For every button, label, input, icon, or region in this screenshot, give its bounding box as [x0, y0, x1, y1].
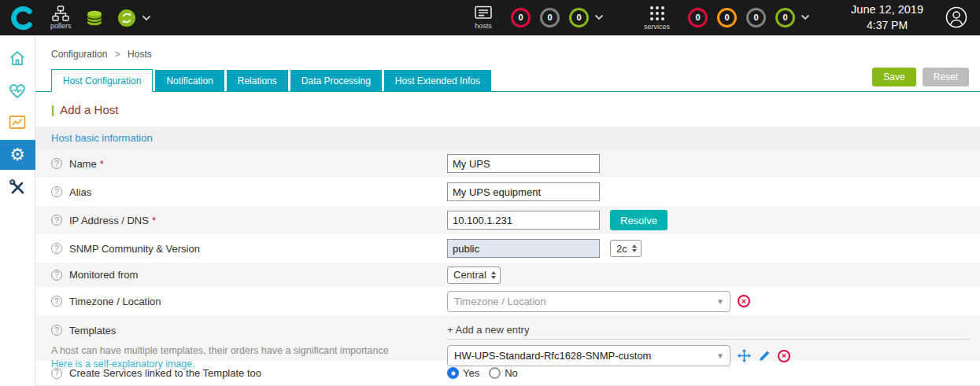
form-row-templates: ? Templates A host can have multiple tem…	[35, 315, 980, 361]
centreon-logo[interactable]	[0, 0, 43, 35]
services-chevron-down-icon[interactable]	[801, 14, 810, 20]
pollers-label: pollers	[50, 22, 72, 30]
tools-icon	[8, 178, 27, 197]
dropdown-arrow-icon: ▾	[711, 296, 730, 307]
sidebar-item-administration[interactable]	[0, 172, 35, 202]
breadcrumb-hosts[interactable]: Hosts	[128, 49, 152, 60]
export-configuration[interactable]	[117, 9, 151, 28]
name-input[interactable]	[447, 154, 600, 173]
help-icon[interactable]: ?	[51, 325, 62, 336]
create-services-radio-group: Yes No	[447, 367, 518, 379]
topbar: pollers hosts	[0, 0, 980, 35]
form-row-timezone: ? Timezone / Location Timezone / Locatio…	[35, 287, 980, 315]
sidebar-item-monitoring[interactable]	[0, 75, 35, 105]
help-icon[interactable]: ?	[51, 158, 62, 169]
sidebar-item-configuration[interactable]: ⚙	[0, 140, 35, 170]
required-asterisk: *	[100, 158, 104, 170]
services-label: services	[644, 23, 670, 31]
hosts-label: hosts	[475, 22, 492, 30]
help-icon[interactable]: ?	[51, 368, 62, 379]
pollers-icon	[52, 6, 69, 21]
hosts-menu[interactable]: hosts	[474, 6, 493, 30]
current-time: 4:37 PM	[851, 18, 923, 33]
help-icon[interactable]: ?	[51, 186, 62, 197]
name-label: Name	[69, 158, 97, 170]
templates-label: Templates	[69, 325, 116, 336]
radio-yes-label[interactable]: Yes	[463, 367, 479, 379]
tab-data-processing[interactable]: Data Processing	[290, 70, 382, 91]
hosts-critical-counter[interactable]: 0	[511, 8, 531, 28]
create-services-label: Create Services linked to the Template t…	[69, 367, 261, 379]
pollers-menu[interactable]: pollers	[50, 6, 72, 30]
template-selected-value: HW-UPS-Standard-Rfc1628-SNMP-custom	[454, 350, 651, 362]
current-date: June 12, 2019	[851, 2, 923, 18]
hosts-chevron-down-icon[interactable]	[594, 14, 604, 20]
sidebar-item-home[interactable]	[0, 43, 35, 73]
timezone-placeholder: Timezone / Location	[454, 296, 546, 307]
required-asterisk: *	[152, 215, 156, 226]
page-title: |Add a Host	[35, 92, 980, 127]
breadcrumb: Configuration > Hosts	[35, 35, 980, 68]
hosts-icon	[474, 6, 493, 21]
monitored-from-label: Monitored from	[69, 269, 138, 281]
clear-timezone-icon[interactable]: ×	[738, 295, 750, 307]
sidebar: ⚙	[0, 35, 35, 386]
help-icon[interactable]: ?	[51, 270, 62, 281]
gear-icon: ⚙	[9, 146, 25, 164]
tab-notification[interactable]: Notification	[155, 70, 224, 91]
breadcrumb-separator: >	[115, 49, 120, 60]
services-critical-counter[interactable]: 0	[688, 8, 708, 28]
radio-no-label[interactable]: No	[505, 367, 518, 379]
services-menu[interactable]: services	[644, 5, 670, 31]
snmp-version-value: 2c	[616, 243, 627, 255]
snmp-community-input[interactable]	[447, 239, 600, 258]
select-stepper-icon	[491, 271, 496, 279]
snmp-version-select[interactable]: 2c	[610, 240, 642, 257]
tab-relations[interactable]: Relations	[227, 70, 288, 91]
help-icon[interactable]: ?	[51, 296, 62, 307]
breadcrumb-configuration[interactable]: Configuration	[51, 49, 107, 60]
chevron-down-icon[interactable]	[142, 15, 151, 21]
dropdown-arrow-icon: ▾	[711, 351, 730, 361]
reset-button[interactable]: Reset	[923, 68, 969, 86]
alias-input[interactable]	[447, 182, 600, 201]
monitored-from-select[interactable]: Central	[447, 267, 501, 284]
ip-label: IP Address / DNS	[69, 215, 149, 226]
help-icon[interactable]: ?	[51, 243, 62, 254]
section-header: Host basic information	[35, 127, 980, 149]
home-icon	[8, 49, 27, 68]
clock: June 12, 2019 4:37 PM	[851, 2, 923, 32]
save-button[interactable]: Save	[872, 68, 915, 86]
ip-input[interactable]	[447, 211, 600, 230]
tab-host-configuration[interactable]: Host Configuration	[51, 69, 153, 92]
user-icon	[945, 6, 967, 28]
user-menu[interactable]	[945, 6, 967, 28]
radio-no[interactable]	[489, 367, 501, 379]
database-icon	[86, 9, 103, 27]
timezone-label: Timezone / Location	[69, 296, 161, 307]
timezone-select[interactable]: Timezone / Location ▾	[447, 291, 730, 312]
hosts-unreachable-counter[interactable]: 0	[540, 8, 560, 28]
form-row-create-services: ? Create Services linked to the Template…	[35, 361, 980, 385]
services-ok-counter[interactable]: 0	[775, 8, 795, 28]
radio-yes[interactable]	[447, 367, 459, 379]
page-title-bar: |	[51, 103, 54, 116]
tab-host-extended-infos[interactable]: Host Extended Infos	[384, 70, 491, 91]
services-icon	[649, 5, 666, 22]
hosts-up-counter[interactable]: 0	[569, 8, 589, 28]
snmp-label: SNMP Community & Version	[69, 243, 200, 255]
services-warning-counter[interactable]: 0	[717, 8, 737, 28]
centreon-logo-icon	[9, 5, 35, 31]
help-icon[interactable]: ?	[51, 215, 62, 226]
sidebar-item-reporting[interactable]	[0, 108, 35, 138]
database-status[interactable]	[86, 9, 103, 27]
services-unknown-counter[interactable]: 0	[746, 8, 766, 28]
services-status-group: services 0 0 0 0	[637, 5, 810, 31]
templates-note: A host can have multiple templates, thei…	[51, 345, 389, 356]
form-row-monitored-from: ? Monitored from Central	[35, 263, 980, 287]
resolve-button[interactable]: Resolve	[610, 210, 668, 230]
form-row-snmp: ? SNMP Community & Version 2c	[35, 234, 980, 263]
form-row-alias: ? Alias	[35, 178, 980, 206]
form-row-ip: ? IP Address / DNS * Resolve	[35, 206, 980, 234]
add-template-entry-link[interactable]: + Add a new entry	[447, 321, 969, 340]
